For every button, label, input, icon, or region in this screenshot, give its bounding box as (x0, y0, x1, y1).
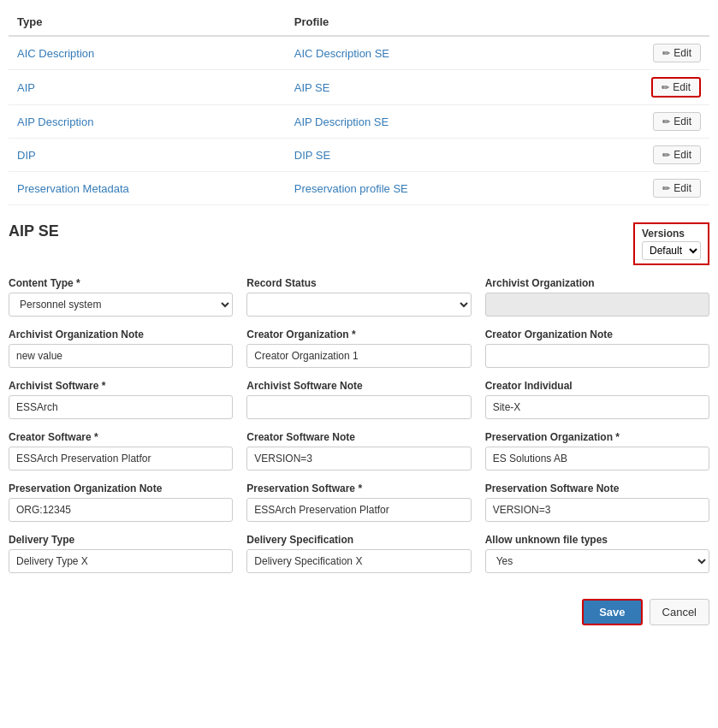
archivist-org-group: Archivist Organization (485, 277, 709, 317)
preservation-org-note-group: Preservation Organization Note (9, 482, 233, 522)
section-title: AIP SE (9, 222, 59, 240)
content-type-label: Content Type * (9, 277, 233, 289)
allow-unknown-select[interactable]: Yes No (485, 549, 709, 573)
table-row: AIC DescriptionAIC Description SEEdit (9, 36, 709, 70)
col-actions-header (567, 9, 709, 36)
allow-unknown-group: Allow unknown file types Yes No (485, 534, 709, 573)
creator-org-note-group: Creator Organization Note (485, 328, 709, 368)
row-type: AIP Description (9, 105, 286, 139)
edit-button[interactable]: Edit (653, 179, 701, 198)
pencil-icon (662, 149, 670, 161)
row-type: AIC Description (9, 36, 286, 70)
archivist-software-note-group: Archivist Software Note (246, 380, 471, 419)
creator-software-input[interactable] (9, 447, 233, 471)
creator-org-note-label: Creator Organization Note (485, 328, 709, 340)
row-action: Edit (567, 36, 709, 70)
creator-individual-label: Creator Individual (485, 380, 709, 392)
row-profile-link[interactable]: AIP SE (294, 81, 330, 94)
table-row: AIP DescriptionAIP Description SEEdit (9, 105, 709, 139)
preservation-software-note-group: Preservation Software Note (485, 482, 709, 522)
preservation-software-note-label: Preservation Software Note (485, 482, 709, 494)
archivist-software-note-input[interactable] (246, 395, 471, 419)
row-type-link[interactable]: Preservation Metadata (17, 182, 129, 195)
form-grid: Content Type * Personnel system Record S… (9, 277, 709, 573)
preservation-org-group: Preservation Organization * (485, 431, 709, 471)
creator-org-group: Creator Organization * (246, 328, 471, 368)
row-type-link[interactable]: AIC Description (17, 47, 94, 60)
creator-org-input[interactable] (246, 344, 471, 368)
delivery-spec-label: Delivery Specification (246, 534, 471, 546)
content-type-select[interactable]: Personnel system (9, 293, 233, 317)
preservation-org-input[interactable] (485, 447, 709, 471)
row-type: AIP (9, 70, 286, 105)
row-profile: AIP Description SE (286, 105, 567, 139)
preservation-org-note-label: Preservation Organization Note (9, 482, 233, 494)
pencil-icon (662, 81, 669, 93)
row-profile: DIP SE (286, 139, 567, 172)
edit-button[interactable]: Edit (653, 145, 701, 164)
archivist-org-note-group: Archivist Organization Note (9, 328, 233, 368)
preservation-org-note-input[interactable] (9, 498, 233, 522)
col-type-header: Type (9, 9, 286, 36)
table-row: Preservation MetadataPreservation profil… (9, 172, 709, 205)
row-profile-link[interactable]: DIP SE (294, 149, 330, 162)
archivist-org-input[interactable] (485, 293, 709, 317)
delivery-type-label: Delivery Type (9, 534, 233, 546)
versions-box: Versions Default (633, 222, 709, 265)
row-type-link[interactable]: AIP (17, 81, 35, 94)
preservation-software-label: Preservation Software * (246, 482, 471, 494)
delivery-spec-input[interactable] (246, 549, 471, 573)
pencil-icon (662, 182, 670, 194)
archivist-org-note-input[interactable] (9, 344, 233, 368)
versions-select[interactable]: Default (642, 241, 701, 260)
row-action: Edit (567, 70, 709, 105)
preservation-software-group: Preservation Software * (246, 482, 471, 522)
row-action: Edit (567, 139, 709, 172)
row-profile: AIC Description SE (286, 36, 567, 70)
archivist-software-group: Archivist Software * (9, 380, 233, 419)
row-action: Edit (567, 105, 709, 139)
delivery-type-input[interactable] (9, 549, 233, 573)
preservation-software-input[interactable] (246, 498, 471, 522)
row-profile-link[interactable]: AIC Description SE (294, 47, 389, 60)
preservation-software-note-input[interactable] (485, 498, 709, 522)
creator-individual-group: Creator Individual (485, 380, 709, 419)
content-type-group: Content Type * Personnel system (9, 277, 233, 317)
edit-button[interactable]: Edit (653, 44, 701, 62)
row-type: DIP (9, 139, 286, 172)
section-header: AIP SE Versions Default (9, 222, 709, 265)
archivist-org-label: Archivist Organization (485, 277, 709, 289)
save-button[interactable]: Save (582, 599, 642, 625)
pencil-icon (662, 115, 670, 127)
archivist-software-input[interactable] (9, 395, 233, 419)
row-type-link[interactable]: DIP (17, 149, 36, 162)
creator-software-group: Creator Software * (9, 431, 233, 471)
creator-software-note-group: Creator Software Note (246, 431, 471, 471)
col-profile-header: Profile (286, 9, 567, 36)
archivist-software-label: Archivist Software * (9, 380, 233, 392)
pencil-icon (662, 47, 670, 59)
archivist-org-note-label: Archivist Organization Note (9, 328, 233, 340)
row-type-link[interactable]: AIP Description (17, 115, 93, 128)
row-profile-link[interactable]: Preservation profile SE (294, 182, 408, 195)
footer-buttons: Save Cancel (9, 590, 709, 625)
row-action: Edit (567, 172, 709, 205)
table-row: DIPDIP SEEdit (9, 139, 709, 172)
table-row: AIPAIP SEEdit (9, 70, 709, 105)
edit-button[interactable]: Edit (653, 112, 701, 131)
delivery-type-group: Delivery Type (9, 534, 233, 573)
edit-button[interactable]: Edit (651, 77, 701, 98)
creator-org-label: Creator Organization * (246, 328, 471, 340)
creator-individual-input[interactable] (485, 395, 709, 419)
archivist-software-note-label: Archivist Software Note (246, 380, 471, 392)
row-profile: Preservation profile SE (286, 172, 567, 205)
cancel-button[interactable]: Cancel (650, 599, 709, 625)
row-type: Preservation Metadata (9, 172, 286, 205)
record-status-select[interactable] (246, 293, 471, 317)
creator-software-label: Creator Software * (9, 431, 233, 443)
row-profile-link[interactable]: AIP Description SE (294, 115, 389, 128)
creator-software-note-input[interactable] (246, 447, 471, 471)
creator-org-note-input[interactable] (485, 344, 709, 368)
versions-label: Versions (642, 228, 701, 240)
creator-software-note-label: Creator Software Note (246, 431, 471, 443)
